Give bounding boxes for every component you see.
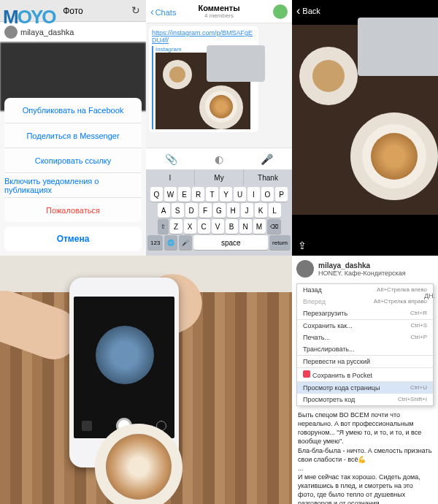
letter-key[interactable]: M (253, 219, 266, 234)
header-title: Фото (63, 6, 83, 16)
letter-key[interactable]: I (247, 187, 260, 202)
fullscreen-viewer: Back ⇪ (292, 0, 438, 256)
numbers-key[interactable]: 123 (147, 235, 163, 250)
letter-key[interactable]: A (158, 203, 170, 218)
viewer-image[interactable] (292, 25, 438, 215)
post-header[interactable]: milaya_dashka HONEY. Кафе-Кондитерская (292, 256, 438, 282)
telegram-panel: Chats Комменты 4 members https://instagr… (146, 0, 292, 256)
phone-photo-scene (0, 256, 292, 504)
letter-key[interactable]: U (234, 187, 246, 202)
context-menu-item[interactable]: Перевести на русский (297, 356, 433, 367)
watermark-logo: MOYO (3, 6, 55, 28)
post-username: milaya_dashka (318, 261, 406, 270)
back-to-chats[interactable]: Chats (150, 6, 176, 18)
shared-link[interactable]: https://instagram.com/p/BMSAFgEDU4f/ (152, 29, 256, 44)
return-key[interactable]: return (269, 235, 291, 250)
share-messenger[interactable]: Поделиться в Messenger (4, 123, 142, 148)
report[interactable]: Пожаловаться (4, 197, 142, 222)
backspace-key[interactable]: ⌫ (267, 219, 281, 234)
keyboard-suggestions: I My Thank (146, 169, 292, 186)
pocket-icon (303, 370, 310, 378)
keyboard: I My Thank QWERTYUIOP ASDFGHJKL ⇧ZXCVBNM… (146, 169, 292, 256)
letter-key[interactable]: W (164, 187, 177, 202)
letter-key[interactable]: P (275, 187, 288, 202)
message-input-bar[interactable]: 📎 ◐ 🎤 (146, 148, 292, 169)
letter-key[interactable]: N (239, 219, 252, 234)
gallery-thumb[interactable] (82, 421, 92, 431)
letter-key[interactable]: L (269, 203, 281, 218)
letter-key[interactable]: V (212, 219, 224, 234)
post-caption: Быть спецом ВО ВСЕМ почти что нереально.… (292, 411, 438, 504)
letter-key[interactable]: C (198, 219, 210, 234)
browser-context-panel: milaya_dashka HONEY. Кафе-Кондитерская Н… (292, 256, 438, 504)
group-avatar[interactable] (273, 4, 288, 19)
sticker-icon[interactable]: ◐ (215, 153, 223, 165)
context-menu-item[interactable]: Сохранить в Pocket (297, 368, 433, 381)
letter-key[interactable]: Q (150, 187, 163, 202)
action-sheet: Опубликовать на Facebook Поделиться в Me… (4, 98, 142, 251)
letter-key[interactable]: Y (220, 187, 232, 202)
letter-key[interactable]: D (185, 203, 198, 218)
letter-key[interactable]: T (206, 187, 218, 202)
share-facebook[interactable]: Опубликовать на Facebook (4, 98, 142, 123)
refresh-icon[interactable]: ↻ (131, 4, 140, 16)
message-bubble[interactable]: https://instagram.com/p/BMSAFgEDU4f/ Ins… (149, 26, 258, 132)
suggestion[interactable]: Thank (244, 169, 292, 186)
suggestion[interactable]: My (195, 169, 244, 186)
enable-notifications[interactable]: Включить уведомления о публикациях (4, 172, 142, 197)
shift-key[interactable]: ⇧ (158, 219, 169, 234)
letter-key[interactable]: J (241, 203, 253, 218)
letter-key[interactable]: R (192, 187, 204, 202)
suggestion[interactable]: I (146, 169, 195, 186)
letter-key[interactable]: G (213, 203, 226, 218)
mic-key[interactable]: 🎤 (179, 235, 192, 250)
context-menu-item[interactable]: ПерезагрузитьCtrl+R (297, 308, 433, 319)
mic-icon[interactable]: 🎤 (261, 153, 273, 165)
message-area[interactable]: https://instagram.com/p/BMSAFgEDU4f/ Ins… (146, 23, 292, 148)
letter-key[interactable]: X (184, 219, 196, 234)
username: milaya_dashka (20, 28, 74, 37)
letter-key[interactable]: K (255, 203, 267, 218)
context-menu-item[interactable]: Просмотреть кодCtrl+Shift+I (297, 394, 433, 405)
letter-key[interactable]: H (227, 203, 239, 218)
share-icon[interactable]: ⇪ (298, 240, 307, 251)
letter-key[interactable]: F (199, 203, 212, 218)
context-menu-item[interactable]: Транслировать... (297, 343, 433, 355)
copy-link[interactable]: Скопировать ссылку (4, 148, 142, 172)
letter-key[interactable]: E (178, 187, 191, 202)
letter-key[interactable]: S (172, 203, 184, 218)
globe-key[interactable]: 🌐 (164, 235, 177, 250)
ios-share-panel: Фото ↻ milaya_dashka Опубликовать на Fac… (0, 0, 146, 256)
context-menu-item[interactable]: Сохранить как...Ctrl+S (297, 320, 433, 332)
context-menu-item[interactable]: Просмотр кода страницыCtrl+U (297, 382, 433, 394)
chat-members: 4 members (204, 12, 234, 19)
chat-header: Chats Комменты 4 members (146, 0, 292, 23)
aside-text: ДН. (424, 292, 435, 299)
letter-key[interactable]: Z (170, 219, 182, 234)
context-menu-item[interactable]: Печать...Ctrl+P (297, 332, 433, 343)
chat-title: Комменты (198, 4, 239, 12)
context-menu-item: ВпередAlt+Стрелка вправо (297, 296, 433, 308)
cancel-button[interactable]: Отмена (4, 226, 142, 251)
attach-icon[interactable]: 📎 (165, 153, 177, 165)
link-preview-image (155, 53, 250, 129)
post-location: HONEY. Кафе-Кондитерская (318, 270, 406, 277)
letter-key[interactable]: B (226, 219, 238, 234)
space-key[interactable]: space (193, 235, 268, 250)
dessert-cup (106, 434, 172, 500)
avatar (296, 260, 314, 278)
letter-key[interactable]: O (261, 187, 274, 202)
context-menu: НазадAlt+Стрелка влевоВпередAlt+Стрелка … (296, 283, 434, 406)
context-menu-item[interactable]: НазадAlt+Стрелка влево (297, 284, 433, 296)
